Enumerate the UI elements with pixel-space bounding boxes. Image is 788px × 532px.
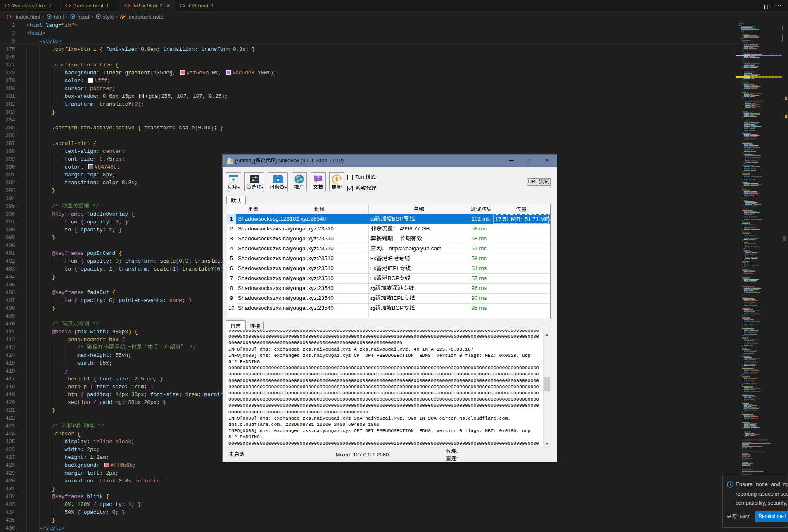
svg-text:?: ? xyxy=(316,176,319,180)
